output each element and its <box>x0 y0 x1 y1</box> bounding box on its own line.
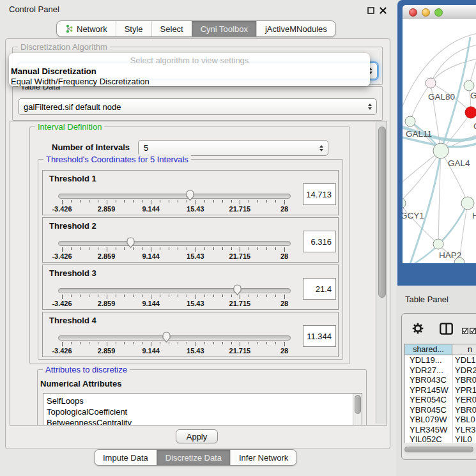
algorithm-option-equal-width-frequency-discretization[interactable]: Equal Width/Frequency Discretization <box>9 77 370 87</box>
network-node-h[interactable] <box>461 197 474 210</box>
zoom-window-icon[interactable] <box>434 8 443 17</box>
network-edge[interactable] <box>410 83 431 121</box>
apply-button[interactable]: Apply <box>176 429 218 443</box>
slider-tick <box>204 295 205 297</box>
slider-tick <box>62 342 63 346</box>
network-edge[interactable] <box>438 203 468 244</box>
table-row-ydr27[interactable]: YDR27...YDR2 <box>405 365 476 376</box>
gear-icon[interactable] <box>412 323 424 337</box>
threshold-label: Threshold 4 <box>49 316 96 325</box>
scrollbar-thumb[interactable] <box>378 127 386 298</box>
slider-tick <box>275 200 276 203</box>
slider-tick <box>89 295 89 297</box>
table-row-ydl19[interactable]: YDL19...YDL1 <box>405 355 476 365</box>
tab-infer-network[interactable]: Infer Network <box>230 450 296 465</box>
network-window-titlebar[interactable] <box>403 5 476 20</box>
threshold-1-slider-thumb[interactable] <box>185 189 196 201</box>
columns-icon[interactable] <box>440 323 453 337</box>
slider-tick <box>89 342 89 344</box>
slider-tick <box>275 247 276 250</box>
network-node-gal80[interactable] <box>426 78 436 88</box>
threshold-3-slider-track[interactable] <box>58 288 291 293</box>
network-node-c[interactable] <box>465 107 476 118</box>
close-window-icon[interactable] <box>409 8 417 17</box>
network-node-gal11[interactable] <box>405 116 415 127</box>
slider-tick-label: 9.144 <box>130 252 171 260</box>
slider-tick-label: 15.43 <box>175 300 216 307</box>
table-row-ybl079w[interactable]: YBL079WYBL0 <box>405 415 476 425</box>
column-header-shared[interactable]: shared... <box>404 344 452 355</box>
number-of-intervals-select[interactable]: 5 <box>138 140 328 156</box>
checkbox-checked-icon[interactable] <box>470 325 476 337</box>
algorithm-placeholder: Select algorithm to view settings <box>9 53 370 66</box>
tab-network[interactable]: Network <box>57 21 116 36</box>
threshold-1-value-field[interactable]: 14.713 <box>303 183 336 205</box>
cell-shared-name: YBR043C <box>405 375 453 385</box>
table-row-ypr145w[interactable]: YPR145WYPR1 <box>405 385 476 395</box>
network-canvas[interactable]: GAL80GCGAL11GAL4GCY1HHAP2 <box>403 19 476 263</box>
network-node-g[interactable] <box>464 81 474 91</box>
attribute-item-selfloops[interactable]: SelfLoops <box>43 395 353 406</box>
threshold-2-slider-track[interactable] <box>58 241 291 246</box>
tab-style[interactable]: Style <box>116 21 151 36</box>
network-edge[interactable] <box>403 151 441 202</box>
threshold-2-value-field[interactable]: 6.316 <box>303 231 336 252</box>
table-data-group: Table Data galFiltered.sif default node <box>12 86 383 121</box>
table-row-yer054c[interactable]: YER054CYER0 <box>405 395 476 405</box>
tab-jactivemnodules[interactable]: jActiveMNodules <box>256 21 335 36</box>
network-node-gal4[interactable] <box>433 143 449 158</box>
threshold-2-slider-thumb[interactable] <box>125 236 136 249</box>
slider-tick-label: 21.715 <box>219 300 260 307</box>
table-body: YDL19...YDL1YDR27...YDR2YBR043CYBR0YPR14… <box>404 355 476 443</box>
column-header-n[interactable]: n <box>452 344 476 355</box>
number-of-intervals-value: 5 <box>144 143 148 153</box>
table-row-ylr345w[interactable]: YLR345WYLR3 <box>405 425 476 435</box>
scrollbar-thumb[interactable] <box>355 395 361 414</box>
tab-discretize-data[interactable]: Discretize Data <box>157 450 230 465</box>
cell-name: YBR0 <box>453 405 476 415</box>
tab-label: Select <box>160 24 183 34</box>
slider-tick <box>124 295 125 297</box>
slider-tick <box>71 342 72 344</box>
algorithm-option-manual-discretization[interactable]: Manual Discretization <box>9 66 370 77</box>
slider-tick <box>284 247 285 252</box>
table-row-ybr045c[interactable]: YBR045CYBR0 <box>405 405 476 415</box>
tab-impute-data[interactable]: Impute Data <box>95 450 157 465</box>
threshold-4-slider-track[interactable] <box>58 335 291 341</box>
threshold-panel-4: Threshold 4-3.4262.8599.14415.4321.71528… <box>42 312 339 357</box>
attributes-list-scrollbar[interactable] <box>353 394 362 426</box>
slider-tick <box>222 247 223 250</box>
slider-tick-label: 2.859 <box>86 205 127 213</box>
float-panel-icon[interactable] <box>367 5 376 13</box>
interval-definition-group: Interval Definition Number of Intervals … <box>29 127 350 364</box>
slider-tick <box>257 295 258 297</box>
threshold-3-slider-thumb[interactable] <box>232 284 243 296</box>
threshold-4-slider-thumb[interactable] <box>161 331 172 343</box>
tab-cyni-toolbox[interactable]: Cyni Toolbox <box>192 21 256 36</box>
table-row-yil052c[interactable]: YIL052CYIL0 <box>405 434 476 443</box>
table-data-select[interactable]: galFiltered.sif default node <box>18 98 377 115</box>
slider-tick <box>116 200 116 203</box>
attributes-list[interactable]: SelfLoopsTopologicalCoefficientBetweenne… <box>43 393 362 426</box>
scrollbar-thumb[interactable] <box>404 447 473 452</box>
threshold-4-value-field[interactable]: 11.344 <box>303 325 336 347</box>
attribute-item-topologicalcoefficient[interactable]: TopologicalCoefficient <box>43 406 353 417</box>
table-row-ybr043c[interactable]: YBR043CYBR0 <box>405 375 476 385</box>
network-node-gcy1[interactable] <box>403 198 406 208</box>
settings-scrollbar[interactable] <box>376 121 387 424</box>
threshold-1-slider-track[interactable] <box>58 194 291 199</box>
table-hscrollbar[interactable] <box>403 445 476 454</box>
attribute-item-betweennesscentrality[interactable]: BetweennessCentrality <box>43 417 353 426</box>
slider-tick <box>284 295 285 299</box>
tab-label: Impute Data <box>103 453 148 463</box>
threshold-3-value-field[interactable]: 21.4 <box>303 278 336 300</box>
threshold-panel-1: Threshold 1-3.4262.8599.14415.4321.71528… <box>42 170 339 215</box>
checkbox-checked-icon[interactable] <box>462 325 468 337</box>
network-edge[interactable] <box>431 45 476 83</box>
close-panel-icon[interactable] <box>380 5 388 13</box>
minimize-window-icon[interactable] <box>422 8 430 17</box>
slider-tick <box>62 247 63 252</box>
network-node-hap2[interactable] <box>433 239 443 249</box>
tab-select[interactable]: Select <box>151 21 192 36</box>
slider-tick <box>266 295 267 297</box>
